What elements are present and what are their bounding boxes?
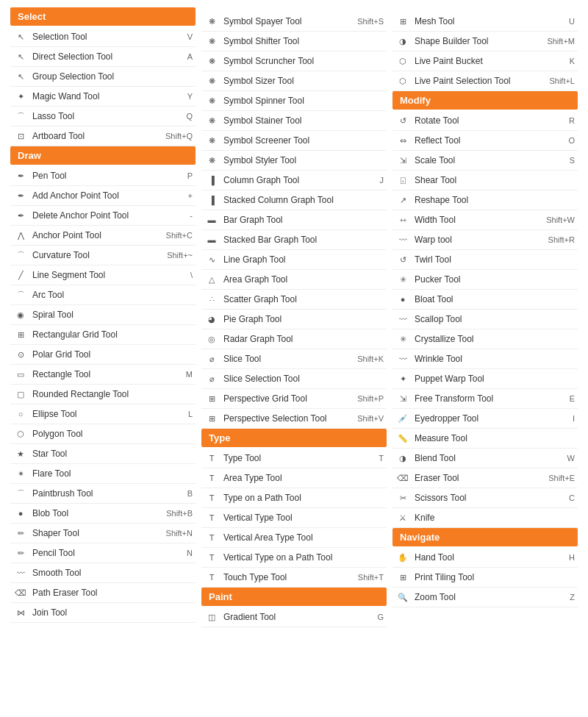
tool-item[interactable]: ❋Symbol Spinner Tool [201, 91, 387, 111]
tool-item[interactable]: ◕Pie Graph Tool [201, 310, 387, 329]
tool-shortcut: H [569, 553, 575, 562]
tool-item[interactable]: ⌀Slice Selection Tool [201, 369, 387, 389]
tool-icon: ╱ [13, 268, 28, 282]
tool-item[interactable]: ⚔Knife [392, 508, 578, 528]
tool-item[interactable]: ❋Symbol Scruncher Tool [201, 51, 387, 71]
tool-item[interactable]: 💉Eyedropper ToolI [392, 409, 578, 429]
tool-item[interactable]: ●Blob ToolShift+B [10, 504, 196, 524]
tool-item[interactable]: TType ToolT [201, 449, 387, 468]
tool-item[interactable]: ▭Rectangle ToolM [10, 365, 196, 385]
tool-item[interactable]: ╱Line Segment Tool\ [10, 265, 196, 285]
tool-item[interactable]: ▐Stacked Column Graph Tool [201, 190, 387, 210]
tool-icon: ⌫ [395, 471, 410, 485]
tool-item[interactable]: TVertical Type Tool [201, 508, 387, 528]
tool-item[interactable]: ⬡Polygon Tool [10, 424, 196, 444]
tool-item[interactable]: ⊞Mesh ToolU [392, 12, 578, 32]
tool-item[interactable]: ✦Magic Wand ToolY [10, 87, 196, 107]
tool-item[interactable]: △Area Graph Tool [201, 270, 387, 290]
tool-item[interactable]: ⬡Live Paint BucketK [392, 51, 578, 71]
tool-item[interactable]: ⊞Perspective Grid ToolShift+P [201, 389, 387, 409]
tool-item[interactable]: ◉Spiral Tool [10, 305, 196, 325]
tool-item[interactable]: ∿Line Graph Tool [201, 250, 387, 270]
tool-name: Eraser Tool [415, 473, 545, 483]
tool-item[interactable]: ⌒Curvature ToolShift+~ [10, 246, 196, 265]
tool-item[interactable]: ●Bloat Tool [392, 290, 578, 310]
tool-item[interactable]: ▢Rounded Rectangle Tool [10, 385, 196, 404]
tool-shortcut: Shift+E [548, 474, 575, 482]
tool-item[interactable]: 〰Warp toolShift+R [392, 230, 578, 250]
tool-item[interactable]: ◎Radar Graph Tool [201, 329, 387, 349]
tool-item[interactable]: 〰Smooth Tool [10, 563, 196, 583]
tool-item[interactable]: ⌒Paintbrush ToolB [10, 484, 196, 504]
tool-item[interactable]: ⊞Print Tiling Tool [392, 568, 578, 588]
tool-item[interactable]: ✦Puppet Warp Tool [392, 369, 578, 389]
tool-item[interactable]: ❋Symbol Styler Tool [201, 151, 387, 171]
tool-icon: ○ [13, 407, 28, 421]
tool-item[interactable]: ⊞Rectangular Grid Tool [10, 325, 196, 345]
tool-item[interactable]: ⌫Eraser ToolShift+E [392, 468, 578, 488]
tool-item[interactable]: ⌒Arc Tool [10, 285, 196, 305]
tool-item[interactable]: TType on a Path Tool [201, 488, 387, 508]
tool-item[interactable]: ❋Symbol Sizer Tool [201, 71, 387, 91]
tool-item[interactable]: ✏Shaper ToolShift+N [10, 524, 196, 543]
tool-item[interactable]: ★Star Tool [10, 444, 196, 464]
tool-item[interactable]: ❋Symbol Shifter Tool [201, 32, 387, 51]
tool-item[interactable]: ▐Column Graph ToolJ [201, 171, 387, 190]
tool-item[interactable]: 〰Scallop Tool [392, 310, 578, 329]
tool-item[interactable]: ✂Scissors ToolC [392, 488, 578, 508]
tool-item[interactable]: ▬Stacked Bar Graph Tool [201, 230, 387, 250]
tool-item[interactable]: ✒Add Anchor Point Tool+ [10, 186, 196, 206]
tool-name: Polygon Tool [32, 429, 193, 439]
tool-item[interactable]: ✒Pen ToolP [10, 166, 196, 186]
tool-item[interactable]: ◑Blend ToolW [392, 449, 578, 468]
tool-item[interactable]: ◫Gradient ToolG [201, 607, 387, 627]
tool-item[interactable]: TArea Type Tool [201, 468, 387, 488]
tool-item[interactable]: ↺Twirl Tool [392, 250, 578, 270]
tool-icon: 🔍 [395, 590, 410, 604]
tool-item[interactable]: ⌒Lasso ToolQ [10, 107, 196, 126]
tool-item[interactable]: TTouch Type ToolShift+T [201, 568, 387, 588]
tool-item[interactable]: ❋Symbol Screener Tool [201, 131, 387, 151]
tool-item[interactable]: ⇿Width ToolShift+W [392, 210, 578, 230]
tool-item[interactable]: ✴Flare Tool [10, 464, 196, 484]
tool-item[interactable]: ❋Symbol Stainer Tool [201, 111, 387, 131]
tool-item[interactable]: ↖Group Selection Tool [10, 67, 196, 87]
tool-item[interactable]: ✋Hand ToolH [392, 548, 578, 568]
tool-shortcut: Shift+S [357, 17, 384, 26]
tool-item[interactable]: ↗Reshape Tool [392, 190, 578, 210]
tool-item[interactable]: ↺Rotate ToolR [392, 111, 578, 131]
tool-name: Vertical Type Tool [223, 513, 384, 523]
tool-item[interactable]: ⌀Slice ToolShift+K [201, 349, 387, 369]
tool-item[interactable]: ⬡Live Paint Selection ToolShift+L [392, 71, 578, 91]
tool-item[interactable]: ✏Pencil ToolN [10, 543, 196, 563]
tool-name: Stacked Bar Graph Tool [223, 235, 384, 245]
tool-item[interactable]: ❋Symbol Spayer ToolShift+S [201, 12, 387, 32]
tool-item[interactable]: ⊙Polar Grid Tool [10, 345, 196, 365]
tool-item[interactable]: TVertical Area Type Tool [201, 528, 387, 548]
tool-item[interactable]: ○Ellipse ToolL [10, 404, 196, 424]
tool-item[interactable]: 🔍Zoom ToolZ [392, 588, 578, 607]
tool-item[interactable]: ✒Delete Anchor Point Tool- [10, 206, 196, 226]
tool-item[interactable]: ✳Pucker Tool [392, 270, 578, 290]
tool-icon: T [204, 530, 219, 545]
tool-item[interactable]: ⇲Scale ToolS [392, 151, 578, 171]
tool-item[interactable]: ⇲Free Transform ToolE [392, 389, 578, 409]
tool-item[interactable]: ⌺Shear Tool [392, 171, 578, 190]
tool-item[interactable]: ∴Scatter Graph Tool [201, 290, 387, 310]
tool-item[interactable]: 〰Wrinkle Tool [392, 349, 578, 369]
tool-item[interactable]: ▬Bar Graph Tool [201, 210, 387, 230]
tool-item[interactable]: ↖Selection ToolV [10, 27, 196, 47]
tool-item[interactable]: ⊡Artboard ToolShift+Q [10, 126, 196, 146]
tool-item[interactable]: ⋀Anchor Point ToolShift+C [10, 226, 196, 246]
tool-item[interactable]: ✳Crystallize Tool [392, 329, 578, 349]
column-3: ⊞Mesh ToolU◑Shape Builder ToolShift+M⬡Li… [390, 7, 581, 627]
tool-item[interactable]: ↖Direct Selection ToolA [10, 47, 196, 67]
tool-item[interactable]: ◑Shape Builder ToolShift+M [392, 32, 578, 51]
tool-item[interactable]: ⋈Join Tool [10, 603, 196, 623]
tool-item[interactable]: ⊞Perspective Selection ToolShift+V [201, 409, 387, 429]
tool-icon: ▐ [204, 173, 219, 188]
tool-item[interactable]: ⇔Reflect ToolO [392, 131, 578, 151]
tool-item[interactable]: ⌫Path Eraser Tool [10, 583, 196, 603]
tool-item[interactable]: 📏Measure Tool [392, 429, 578, 449]
tool-item[interactable]: TVertical Type on a Path Tool [201, 548, 387, 568]
